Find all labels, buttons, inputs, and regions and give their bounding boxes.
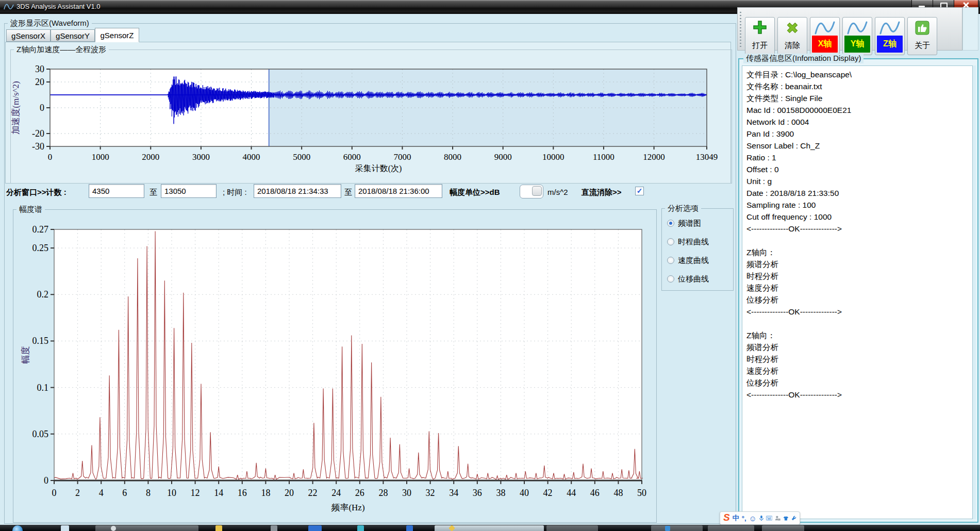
svg-text:50: 50 [637,488,646,498]
about-button[interactable]: 关于 [907,17,937,55]
taskbar-item[interactable] [215,525,222,531]
info-line [746,235,968,246]
taskbar-item-icon [111,526,116,531]
sensor-info-title: 传感器信息区(Infomation Display) [743,54,863,63]
info-panel-scroll-track[interactable] [972,65,976,519]
svg-text:14: 14 [214,488,223,498]
svg-text:6000: 6000 [343,152,361,162]
time-to-input[interactable]: 2018/08/18 21:36:00 [355,184,442,198]
button-label: 打开 [745,41,774,51]
svg-text:20: 20 [285,488,294,498]
taskbar-item[interactable] [61,525,69,531]
count-to-input[interactable]: 13050 [161,184,217,198]
svg-text:0.1: 0.1 [37,383,49,393]
spectrum-plot-area[interactable] [54,229,642,480]
open-button[interactable]: 打开 [745,17,775,55]
svg-text:30: 30 [402,488,411,498]
dc-remove-checkbox[interactable]: ✓ [635,187,644,195]
ime-emoji-icon[interactable]: ☺ [749,514,757,523]
taskbar-item[interactable] [271,525,277,531]
taskbar-item[interactable] [708,525,754,531]
tab-gsensory[interactable]: gSensorY [51,29,95,42]
taskbar-item[interactable] [308,525,322,531]
svg-text:26: 26 [355,488,364,498]
x-axis-button[interactable]: X轴 [810,17,840,55]
taskbar-item[interactable] [651,525,703,531]
count-from-input[interactable]: 4350 [89,184,144,198]
info-line: 时程分析 [746,353,968,365]
time-label: ; 时间 : [223,186,247,199]
sensor-info-listbox[interactable]: 文件目录 : C:\log_beanscape\文件名称 : beanair.t… [742,65,973,519]
to-label-1: 至 [150,186,157,199]
option-4[interactable]: 位移曲线 [667,274,709,284]
toolbar-grip[interactable] [739,11,742,47]
amp-unit-label: 幅度单位>>dB [450,186,500,199]
window-title: 3DS Analysis Assistant V1.0 [16,3,101,10]
tab-gsensorx[interactable]: gSensorX [6,29,51,42]
z-axis-button[interactable]: Z轴 [875,17,905,55]
start-button[interactable] [12,525,23,531]
clear-button[interactable]: 清除 [777,17,807,55]
radio-icon[interactable] [667,220,674,227]
info-line: Pan Id : 3900 [746,128,968,140]
info-line: Sensor Label : Ch_Z [746,140,968,152]
info-line: 位移分析 [746,294,968,306]
analysis-window-selection[interactable] [269,69,707,146]
waveform-ylabel: 加速度(m/s^2) [11,81,21,134]
right-toolbar: 打开清除X轴Y轴Z轴关于 [737,7,962,51]
sogou-logo-icon[interactable]: S [723,512,730,523]
svg-text:18: 18 [261,488,270,498]
info-line: 文件目录 : C:\log_beanscape\ [746,69,968,80]
option-label: 时程曲线 [678,237,709,247]
svg-text:2: 2 [75,488,80,498]
svg-text:0.2: 0.2 [37,289,49,300]
taskbar-item[interactable] [762,525,804,531]
clear-icon [778,19,807,37]
svg-text:12000: 12000 [643,152,665,162]
svg-text:4000: 4000 [243,152,260,162]
info-line: Network Id : 0004 [746,116,968,128]
ime-keyboard-icon[interactable] [766,515,772,521]
info-line: 速度分析 [746,282,968,294]
time-from-input[interactable]: 2018/08/18 21:34:33 [254,184,341,198]
ime-account-icon[interactable]: 13 [775,515,780,522]
ime-punctuation-icon[interactable]: °, [742,515,746,522]
waveform-chart: 30200-20-3001000200030004000500060007000… [10,49,731,182]
svg-text:10: 10 [167,488,176,498]
ime-mic-icon[interactable] [759,514,763,522]
svg-text:8: 8 [146,488,151,498]
svg-text:12: 12 [191,488,200,498]
button-label-plate: X轴 [812,36,838,53]
svg-text:16: 16 [238,488,247,498]
svg-text:-30: -30 [32,141,44,152]
taskbar-item[interactable] [357,525,364,531]
radio-icon[interactable] [667,257,674,264]
taskbar-item[interactable] [406,525,413,531]
taskbar-item[interactable] [546,525,598,531]
svg-text:0.25: 0.25 [32,243,49,253]
svg-text:0: 0 [52,488,57,498]
radio-icon[interactable] [667,275,674,283]
svg-text:13: 13 [778,519,780,521]
svg-text:24: 24 [331,488,341,498]
sine-icon [875,19,904,37]
info-line: Z轴向： [746,246,968,258]
analysis-window-label: 分析窗口>>计数 : [6,186,67,199]
svg-text:46: 46 [590,488,600,498]
option-2[interactable]: 时程曲线 [667,237,709,247]
option-1[interactable]: 频谱图 [667,218,701,228]
svg-text:32: 32 [426,488,435,498]
waveform-group-label: 波形显示区(Waveform) [8,19,92,28]
svg-text:7000: 7000 [393,152,411,162]
y-axis-button[interactable]: Y轴 [842,17,872,55]
tab-gsensorz[interactable]: gSensorZ [95,28,139,42]
info-line: 文件类型 : Single File [746,92,968,104]
svg-text:36: 36 [473,488,482,498]
amp-unit-toggle[interactable] [520,185,543,198]
radio-icon[interactable] [667,238,674,245]
to-label-2: 至 [344,186,352,199]
option-3[interactable]: 速度曲线 [667,255,709,266]
ime-tools-icon[interactable] [791,515,796,522]
ime-skin-icon[interactable] [783,515,789,522]
ime-chinese-mode-icon[interactable]: 中 [733,513,739,523]
